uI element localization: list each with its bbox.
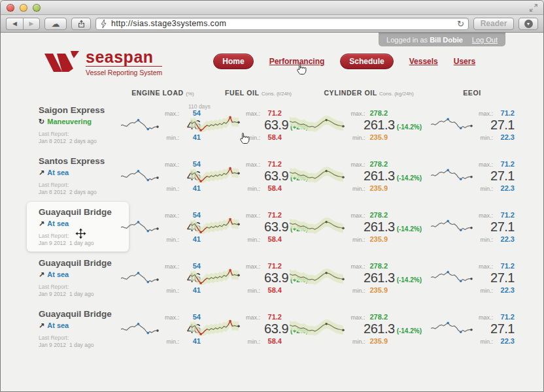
forward-button[interactable]: ▶: [23, 18, 40, 30]
minimize-window-button[interactable]: [20, 4, 27, 12]
report-ago: 1 day ago: [69, 240, 94, 246]
report-date: Jan 9 2012: [39, 291, 66, 297]
vessel-name: Guayaquil Bridge: [39, 258, 117, 268]
report-ago: 1 day ago: [69, 291, 94, 297]
min-label: min.:: [480, 237, 493, 243]
downloads-button[interactable]: ▼: [518, 18, 538, 30]
fuel-max-value: 71.2: [265, 160, 282, 168]
eeoi-current-value: 27.1: [490, 321, 515, 336]
fuel-min-value: 58.4: [265, 184, 282, 192]
cylinder-delta: (-14.2%): [397, 174, 422, 182]
brand-tagline: Vessel Reporting System: [86, 69, 162, 76]
vessel-info-cell[interactable]: Santos Express ↗ At sea Last Report: Jan…: [37, 156, 117, 195]
vessel-status: ↗ At sea: [39, 220, 117, 228]
eeoi-max-value: 71.2: [498, 211, 515, 219]
cylinder-current-value: 261.3: [364, 220, 395, 235]
eeoi-min-value: 22.3: [498, 337, 515, 345]
vessel-status: ↗ At sea: [39, 270, 117, 279]
report-date: Jan 8 2012: [39, 138, 66, 144]
vessel-row[interactable]: Santos Express ↗ At sea Last Report: Jan…: [37, 150, 515, 201]
cylinder-delta: (-14.2%): [397, 225, 422, 233]
eeoi-sparkline: [429, 165, 473, 187]
status-icon: ↗: [39, 169, 44, 177]
vessel-info-cell[interactable]: Guayaquil Bridge ↗ At sea Last Report: J…: [37, 207, 117, 246]
vessel-row[interactable]: Guayaquil Bridge ↗ At sea Last Report: J…: [37, 201, 515, 252]
min-label: min.:: [166, 338, 179, 345]
table-header-row: ENGINE LOAD (%) FUEL OIL Cons. (t/24h) C…: [37, 89, 515, 97]
cylinder-min-value: 235.9: [369, 133, 388, 141]
eeoi-sparkline: [429, 318, 473, 340]
zoom-window-button[interactable]: [33, 4, 41, 12]
back-button[interactable]: ◀: [6, 18, 23, 30]
address-bar[interactable]: http://sias.stage3systems.com ↻: [95, 18, 469, 30]
eeoi-min-value: 22.3: [498, 184, 515, 192]
vessel-info-cell[interactable]: Saigon Express ↻ Maneuvering Last Report…: [37, 105, 117, 144]
fuel-oil-sparkline[interactable]: [188, 163, 241, 188]
nav-item-vessels[interactable]: Vessels: [409, 57, 438, 66]
eeoi-cell: max.:71.2 27.1 min.:22.3: [430, 262, 515, 294]
vessel-info-cell[interactable]: Guayaquil Bridge ↗ At sea Last Report: J…: [37, 258, 117, 297]
nav-item-users[interactable]: Users: [454, 57, 475, 66]
min-label: min.:: [247, 338, 260, 345]
fuel-oil-sparkline[interactable]: [188, 214, 241, 239]
brand-logo[interactable]: seaspan Vessel Reporting System: [44, 50, 162, 76]
close-window-button[interactable]: [7, 4, 14, 12]
last-report-date: Jan 8 20122 days ago: [39, 189, 117, 195]
min-label: min.:: [166, 287, 179, 294]
main-nav: Home Performancing Schedule Vessels User…: [213, 54, 475, 69]
nav-item-performancing[interactable]: Performancing: [269, 57, 325, 66]
fuel-current-value: 63.9: [264, 118, 288, 133]
vessel-status: ↗ At sea: [39, 321, 117, 330]
fuel-min-value: 58.4: [265, 235, 282, 243]
window-titlebar[interactable]: [1, 1, 543, 15]
min-label: min.:: [352, 135, 366, 141]
fuel-current-value: 63.9: [264, 270, 288, 286]
vessel-row[interactable]: Guayaquil Bridge ↗ At sea Last Report: J…: [37, 252, 515, 303]
last-report-label: Last Report:: [39, 131, 117, 138]
eeoi-max-value: 71.2: [498, 109, 515, 117]
eeoi-current-value: 27.1: [490, 270, 515, 286]
eeoi-min-value: 22.3: [498, 286, 515, 294]
vessel-status: ↻ Maneuvering: [39, 118, 117, 126]
fuel-oil-sparkline[interactable]: [188, 316, 241, 341]
max-label: max.:: [165, 263, 179, 270]
last-report-date: Jan 9 20121 day ago: [39, 291, 117, 297]
log-out-link[interactable]: Log Out: [472, 36, 498, 44]
icloud-tabs-button[interactable]: ☁: [44, 18, 67, 30]
status-icon: ↻: [39, 118, 44, 126]
cylinder-current-value: 261.3: [364, 321, 395, 336]
reload-icon[interactable]: ↻: [457, 20, 464, 28]
eeoi-current-value: 27.1: [490, 220, 515, 235]
cylinder-delta: (-14.2%): [397, 123, 422, 131]
vessel-info-cell[interactable]: Guayaquil Bridge ↗ At sea Last Report: J…: [37, 309, 117, 348]
session-bar: Logged in as Bill Dobie Log Out: [379, 33, 505, 46]
window-resize-icon[interactable]: [529, 3, 538, 12]
eeoi-max-value: 71.2: [498, 262, 515, 270]
vessel-row[interactable]: Guayaquil Bridge ↗ At sea Last Report: J…: [37, 303, 515, 354]
vessel-status: ↗ At sea: [39, 169, 117, 177]
share-button[interactable]: [71, 18, 91, 30]
engine-load-sparkline: [119, 216, 160, 238]
max-label: max.:: [165, 161, 179, 168]
max-label: max.:: [246, 110, 260, 117]
status-label: Maneuvering: [47, 118, 92, 125]
min-label: min.:: [247, 186, 260, 192]
url-text[interactable]: http://sias.stage3systems.com: [111, 19, 453, 28]
engine-load-sparkline: [119, 267, 160, 289]
cylinder-delta: (-14.2%): [397, 327, 422, 335]
vessel-row[interactable]: Saigon Express ↻ Maneuvering Last Report…: [37, 99, 515, 150]
min-label: min.:: [352, 338, 366, 345]
min-label: min.:: [247, 287, 260, 294]
engine-load-sparkline: [119, 165, 160, 187]
fuel-max-value: 71.2: [265, 313, 282, 321]
reader-button[interactable]: Reader: [473, 18, 514, 30]
fuel-oil-sparkline[interactable]: [188, 265, 241, 290]
min-label: min.:: [352, 186, 366, 192]
max-label: max.:: [479, 212, 493, 219]
nav-item-schedule[interactable]: Schedule: [340, 54, 393, 69]
max-label: max.:: [350, 161, 365, 168]
eeoi-cell: max.:71.2 27.1 min.:22.3: [430, 211, 515, 243]
eeoi-sparkline: [429, 267, 473, 289]
fuel-oil-sparkline[interactable]: [188, 112, 241, 137]
nav-item-home[interactable]: Home: [213, 54, 253, 69]
